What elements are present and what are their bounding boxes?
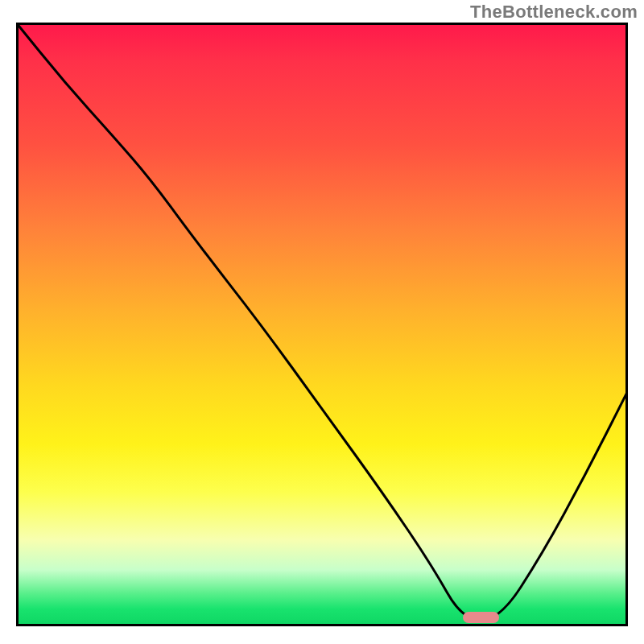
optimum-marker	[463, 612, 500, 623]
curve-svg	[16, 23, 628, 626]
attribution-label: TheBottleneck.com	[470, 2, 638, 23]
bottleneck-curve-path	[16, 23, 628, 621]
plot-area	[16, 23, 628, 626]
chart-container: TheBottleneck.com	[0, 0, 644, 644]
